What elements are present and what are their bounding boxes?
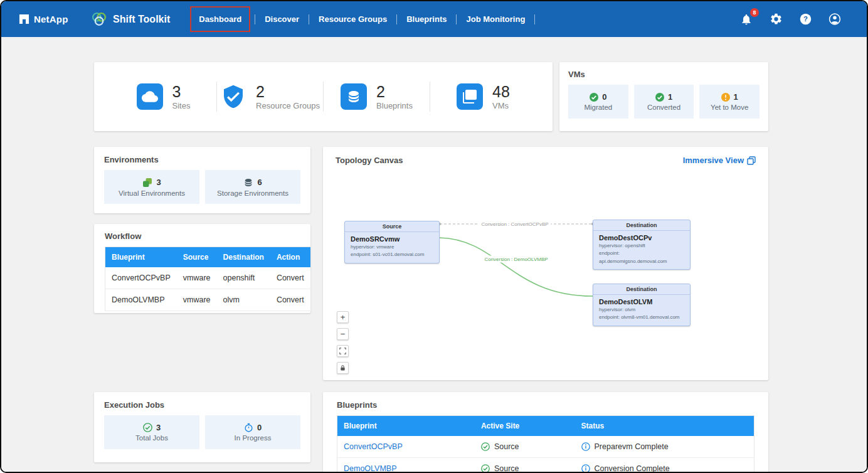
- notifications-button[interactable]: 8: [739, 13, 753, 26]
- vm-stack-icon: [457, 83, 483, 110]
- workflow-table: Blueprint Source Destination Action Conv…: [105, 247, 311, 311]
- topology-node-source[interactable]: Source DemoSRCvmw hypervisor: vmware end…: [344, 221, 440, 263]
- timer-icon: [244, 423, 253, 432]
- netapp-logo[interactable]: NetApp: [1, 14, 85, 24]
- tile-migrated[interactable]: 0 Migrated: [568, 85, 628, 119]
- tile-yet-to-move[interactable]: 1 Yet to Move: [699, 85, 760, 119]
- gear-icon: [770, 13, 783, 26]
- blueprints-row: ConvertOCPvBP Source Preparevm Complete: [337, 436, 754, 458]
- edge-label-demoolvmbp: Conversion : DemoOLVMBP: [482, 256, 550, 263]
- account-button[interactable]: [828, 13, 842, 26]
- nav-separator: [396, 14, 397, 24]
- node-role: Destination: [593, 284, 690, 295]
- node-name: DemoDestOCPv: [593, 231, 690, 242]
- check-outline-icon: [481, 442, 490, 451]
- tile-value: 3: [156, 423, 161, 432]
- stat-blueprints[interactable]: 2 Blueprints: [324, 83, 430, 110]
- notification-badge: 8: [750, 8, 759, 17]
- stat-vms[interactable]: 48 VMs: [430, 83, 536, 110]
- stat-value: 2: [376, 83, 413, 101]
- nav-separator: [534, 14, 535, 24]
- topology-edges: [323, 147, 768, 380]
- nav-discover[interactable]: Discover: [257, 11, 307, 28]
- node-meta-line: hypervisor: vmware: [351, 243, 433, 251]
- tile-label: Yet to Move: [711, 104, 748, 111]
- blueprints-table: Blueprint Active Site Status ConvertOCPv…: [337, 415, 754, 473]
- settings-button[interactable]: [769, 13, 783, 26]
- tile-label: Virtual Environments: [119, 189, 185, 197]
- tile-converted[interactable]: 1 Converted: [634, 85, 694, 119]
- tile-label: Total Jobs: [135, 434, 168, 442]
- zoom-in-button[interactable]: +: [337, 311, 349, 323]
- nav-dashboard-label: Dashboard: [199, 14, 241, 24]
- zoom-out-button[interactable]: −: [337, 328, 349, 340]
- blueprints-header-row: Blueprint Active Site Status: [337, 416, 754, 437]
- tile-value: 6: [257, 178, 262, 187]
- node-meta-line: endpoint:: [599, 250, 684, 257]
- tile-value: 0: [602, 92, 606, 102]
- tile-label: Migrated: [584, 104, 612, 111]
- lock-icon: [339, 364, 346, 371]
- nav-dashboard[interactable]: Dashboard: [190, 6, 250, 32]
- stat-resource-groups[interactable]: 2 Resource Groups: [217, 83, 323, 110]
- stat-label: Resource Groups: [256, 101, 320, 110]
- help-button[interactable]: ?: [798, 13, 812, 26]
- nav-job-monitoring[interactable]: Job Monitoring: [458, 11, 532, 28]
- execution-jobs-title: Execution Jobs: [104, 400, 300, 410]
- environments-panel: Environments 3 Virtual Environments 6 St…: [94, 147, 310, 213]
- topology-node-dest-ocp[interactable]: Destination DemoDestOCPv hypervisor: ope…: [593, 220, 691, 270]
- fit-view-button[interactable]: [337, 345, 349, 357]
- stat-value: 2: [256, 83, 320, 101]
- workflow-cell-destination: olvm: [217, 289, 270, 311]
- help-icon: ?: [799, 13, 812, 26]
- shield-check-icon: [220, 83, 246, 110]
- workflow-row[interactable]: DemoOLVMBP vmware olvm Convert: [105, 289, 311, 311]
- workflow-cell-blueprint: DemoOLVMBP: [105, 289, 177, 311]
- canvas-controls: + −: [337, 311, 349, 374]
- workflow-col-action: Action: [270, 247, 310, 268]
- workflow-header-row: Blueprint Source Destination Action: [105, 247, 311, 268]
- stat-value: 3: [172, 83, 191, 101]
- vms-panel-title: VMs: [568, 70, 760, 79]
- dashboard-content: 3 Sites 2 Resource Groups: [1, 37, 867, 472]
- workflow-cell-destination: openshift: [217, 267, 270, 289]
- nav-separator: [255, 14, 255, 24]
- blueprint-link[interactable]: ConvertOCPvBP: [344, 442, 403, 451]
- check-circle-icon: [655, 93, 664, 102]
- tile-virtual-environments[interactable]: 3 Virtual Environments: [104, 170, 199, 204]
- tile-storage-environments[interactable]: 6 Storage Environments: [205, 170, 300, 204]
- workflow-title: Workflow: [105, 231, 300, 241]
- tile-in-progress[interactable]: 0 In Progress: [205, 415, 300, 449]
- workflow-row[interactable]: ConvertOCPvBP vmware openshift Convert: [105, 267, 311, 289]
- execution-jobs-tiles: 3 Total Jobs 0 In Progress: [104, 415, 300, 449]
- vms-tiles: 0 Migrated 1 Converted 1 Yet: [568, 85, 760, 119]
- nav-resource-groups[interactable]: Resource Groups: [311, 11, 394, 28]
- app-window: NetApp Shift Toolkit Dashboard Discover …: [0, 0, 868, 473]
- info-icon: [581, 464, 590, 473]
- environments-title: Environments: [104, 155, 300, 164]
- lock-button[interactable]: [337, 362, 349, 374]
- tile-total-jobs[interactable]: 3 Total Jobs: [104, 415, 199, 449]
- stat-text: 2 Blueprints: [376, 83, 413, 110]
- stat-value: 48: [492, 83, 510, 101]
- stat-sites[interactable]: 3 Sites: [110, 83, 216, 110]
- blueprint-link[interactable]: DemoOLVMBP: [344, 464, 397, 473]
- node-meta: hypervisor: olvm endpoint: olvm8-vm01.de…: [593, 306, 690, 326]
- vms-panel: VMs 0 Migrated 1 Converted: [559, 62, 768, 131]
- topology-node-dest-olvm[interactable]: Destination DemoDestOLVM hypervisor: olv…: [593, 284, 691, 326]
- node-meta-line: endpoint: olvm8-vm01.demoval.com: [599, 314, 684, 321]
- database-icon: [341, 83, 367, 110]
- workflow-cell-source: vmware: [177, 267, 217, 289]
- workflow-col-blueprint: Blueprint: [105, 247, 177, 268]
- workflow-col-source: Source: [177, 247, 217, 268]
- nav-blueprints[interactable]: Blueprints: [399, 11, 454, 28]
- node-name: DemoSRCvmw: [345, 232, 439, 243]
- stat-label: Sites: [172, 101, 191, 110]
- workflow-cell-source: vmware: [177, 289, 217, 311]
- zoom-out-icon: −: [341, 330, 346, 338]
- topology-canvas-card: Topology Canvas Immersive View Conversio…: [323, 147, 768, 380]
- cloud-icon: [137, 83, 163, 110]
- check-circle-icon: [590, 93, 598, 102]
- info-icon: [581, 442, 590, 451]
- blueprints-col-active-site: Active Site: [475, 416, 575, 437]
